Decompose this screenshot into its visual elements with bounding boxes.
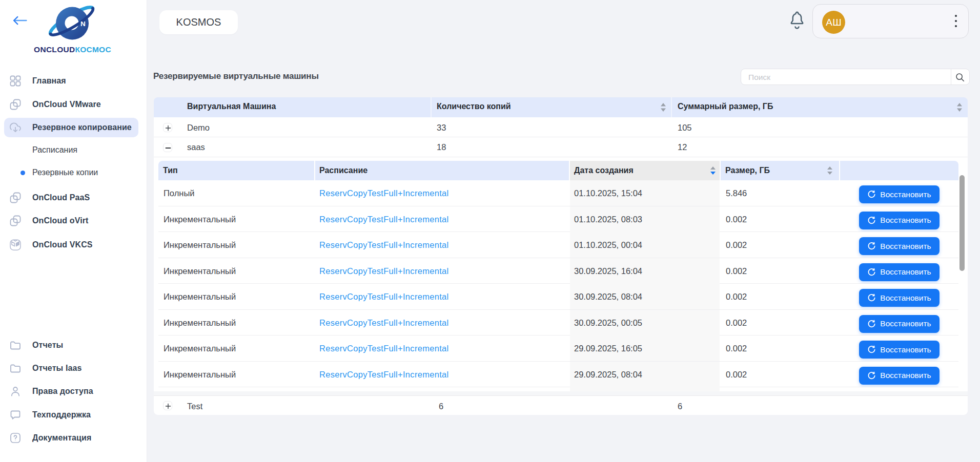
svg-text:N: N bbox=[80, 20, 86, 28]
